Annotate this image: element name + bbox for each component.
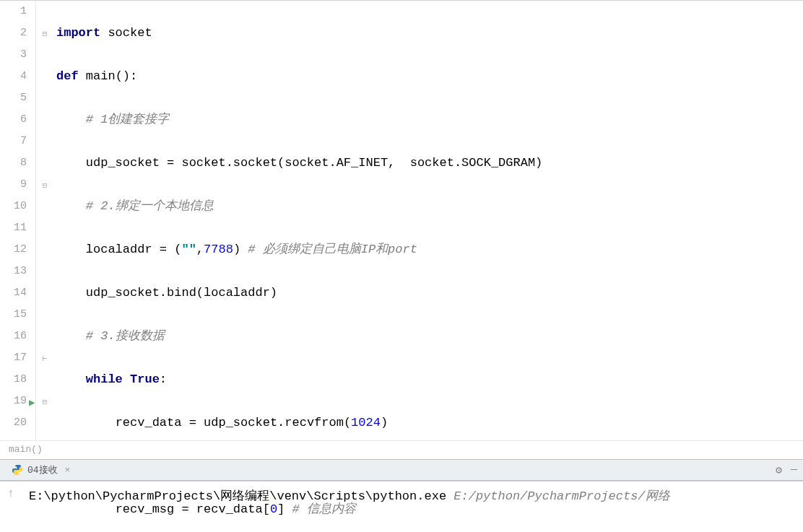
line-number: 20: [0, 412, 27, 434]
line-number: 3: [0, 44, 27, 66]
fold-icon[interactable]: ⊟: [40, 28, 50, 38]
line-number: 7: [0, 131, 27, 152]
line-number: 8: [0, 152, 27, 174]
code-line[interactable]: localaddr = ("",7788) # 必须绑定自己电脑IP和port: [53, 239, 803, 261]
line-number: 17: [0, 347, 27, 369]
code-line[interactable]: recv_data = udp_socket.recvfrom(1024): [53, 412, 803, 434]
line-number: 9: [0, 174, 27, 196]
run-tab-label: 04接收: [27, 463, 58, 476]
scroll-up-icon[interactable]: ↑: [7, 487, 14, 500]
breadcrumb-item[interactable]: main(): [9, 444, 43, 455]
line-number: 13: [0, 261, 27, 282]
line-number: 18: [0, 369, 27, 391]
fold-column: ⊟ ⊟ ⊢ ▶ ⊟: [36, 1, 53, 440]
line-number: 19: [0, 391, 27, 412]
code-line[interactable]: udp_socket = socket.socket(socket.AF_INE…: [53, 152, 803, 174]
line-number: 11: [0, 217, 27, 239]
tab-actions: ⚙ —: [776, 463, 797, 477]
run-gutter-icon[interactable]: ▶: [29, 396, 35, 409]
line-number-gutter[interactable]: 1 2 3 4 5 6 7 8 9 10 11 12 13 14 15 16 1…: [0, 1, 36, 440]
python-file-icon: [12, 464, 23, 476]
minimize-icon[interactable]: —: [791, 463, 797, 477]
run-tab[interactable]: 04接收 ×: [6, 461, 76, 479]
line-number: 2: [0, 22, 27, 44]
run-tabs-bar: 04接收 × ⚙ —: [0, 459, 803, 481]
console-toolbar: ↑: [0, 481, 22, 531]
code-line[interactable]: # 1创建套接字: [53, 109, 803, 131]
fold-icon[interactable]: ⊟: [40, 396, 50, 406]
code-line[interactable]: # 3.接收数据: [53, 326, 803, 347]
line-number: 5: [0, 87, 27, 109]
line-number: 1: [0, 1, 27, 22]
fold-end-icon[interactable]: ⊢: [40, 353, 50, 363]
code-line[interactable]: while True:: [53, 369, 803, 391]
line-number: 6: [0, 109, 27, 131]
code-line[interactable]: import socket: [53, 22, 803, 44]
line-number: 4: [0, 66, 27, 87]
fold-icon[interactable]: ⊟: [40, 180, 50, 190]
close-icon[interactable]: ×: [65, 465, 71, 476]
line-number: 12: [0, 239, 27, 261]
code-line[interactable]: # 2.绑定一个本地信息: [53, 196, 803, 217]
line-number: 16: [0, 326, 27, 347]
code-line[interactable]: udp_socket.bind(localaddr): [53, 282, 803, 304]
editor-area: 1 2 3 4 5 6 7 8 9 10 11 12 13 14 15 16 1…: [0, 0, 803, 440]
line-number: 14: [0, 282, 27, 304]
gear-icon[interactable]: ⚙: [776, 463, 782, 477]
code-line[interactable]: def main():: [53, 66, 803, 87]
code-editor[interactable]: import socket def main(): # 1创建套接字 udp_s…: [53, 1, 803, 440]
line-number: 15: [0, 304, 27, 326]
code-line[interactable]: recv_msg = recv_data[0] # 信息内容: [53, 499, 803, 520]
line-number: 10: [0, 196, 27, 217]
